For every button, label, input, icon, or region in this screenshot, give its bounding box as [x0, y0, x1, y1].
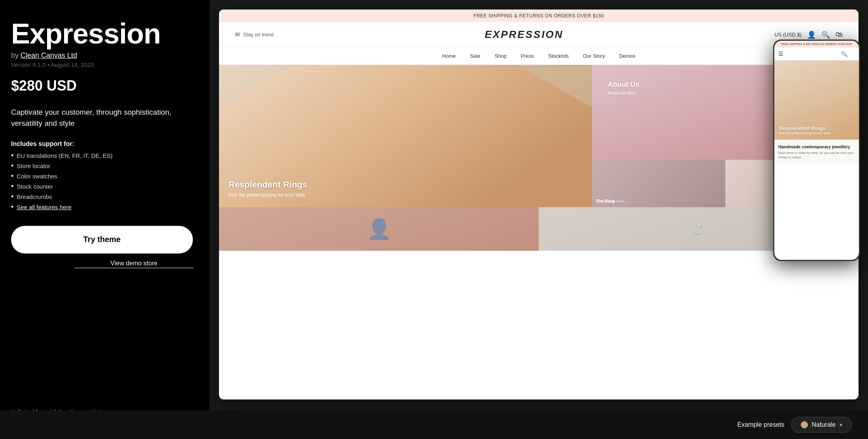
blog-subtitle: All the latest news — [596, 199, 625, 207]
mobile-hero-title: Resplendent Rings — [779, 125, 830, 131]
cart-icon[interactable]: 🛍 — [836, 30, 843, 39]
features-list: EU translations (EN, FR, IT, DE, ES) Sto… — [11, 151, 194, 213]
view-demo-link[interactable]: View demo store — [74, 260, 194, 268]
feature-item: Breadcrumbs — [11, 193, 194, 201]
nav-stockists[interactable]: Stockists — [548, 53, 569, 59]
hero-main-text: Resplendent Rings Pick the perfect pairi… — [228, 180, 307, 198]
preset-name: Naturale — [812, 421, 836, 428]
account-icon[interactable]: 👤 — [807, 30, 816, 39]
hero-main: Resplendent Rings Pick the perfect pairi… — [219, 65, 592, 207]
feature-item: Stock counter — [11, 182, 194, 191]
mobile-hero-subtitle: Pick the perfect pairing for your style — [779, 131, 830, 135]
stay-on-trend: Stay on trend — [243, 32, 274, 38]
theme-title: Expression — [11, 19, 194, 49]
search-icon[interactable]: 🔍 — [821, 30, 830, 39]
mail-icon: ✉ — [235, 31, 240, 38]
mobile-logo: EXPRESSION — [793, 51, 832, 57]
feature-item: EU translations (EN, FR, IT, DE, ES) — [11, 151, 194, 160]
bottom-bar: Example presets Naturale ▾ — [0, 411, 868, 439]
preset-color-dot — [801, 421, 808, 428]
preset-dropdown[interactable]: Naturale ▾ — [791, 417, 852, 433]
bottom-left-img: 👤 — [219, 207, 539, 251]
nav-sale[interactable]: Sale — [470, 53, 480, 59]
see-all-link[interactable]: See all features here — [17, 204, 71, 210]
by-text: by — [11, 51, 19, 59]
theme-tagline: Captivate your customer, through sophist… — [11, 107, 193, 129]
mobile-content-title: Handmade contemporary jewellery — [778, 144, 855, 149]
mobile-content-body: Each piece is made by hand, so you can b… — [778, 151, 855, 159]
desktop-preview: FREE SHIPPING & RETURNS ON ORDERS OVER $… — [219, 9, 859, 399]
hero-title: Resplendent Rings — [228, 180, 307, 190]
nav-shop[interactable]: Shop — [494, 53, 506, 59]
hero-subtitle: Pick the perfect pairing for your style — [228, 192, 307, 198]
store-header-left: ✉ Stay on trend — [235, 31, 274, 38]
about-title: About Us — [608, 81, 843, 89]
store-bottom-row: 👤 💍 — [219, 207, 859, 251]
example-presets-label: Example presets — [737, 421, 784, 428]
hero-bottom-left-img: The Blog All the latest news — [592, 160, 725, 207]
theme-price: $280 USD — [11, 78, 194, 94]
try-theme-button[interactable]: Try theme — [11, 226, 193, 254]
announcement-bar: FREE SHIPPING & RETURNS ON ORDERS OVER $… — [219, 9, 859, 22]
chevron-down-icon: ▾ — [840, 422, 842, 428]
author-link[interactable]: Clean Canvas Ltd — [21, 51, 77, 59]
theme-author-line: by Clean Canvas Ltd — [11, 51, 194, 60]
mobile-content-section: Handmade contemporary jewellery Each pie… — [774, 140, 859, 164]
nav-home[interactable]: Home — [442, 53, 456, 59]
feature-item: Store locator — [11, 162, 194, 170]
nav-press[interactable]: Press — [521, 53, 534, 59]
nav-our-story[interactable]: Our Story — [583, 53, 605, 59]
includes-title: Includes support for: — [11, 140, 194, 148]
nav-demos[interactable]: Demos — [619, 53, 635, 59]
store-logo: EXPRESSION — [485, 28, 563, 41]
store-header-right: US (USD $) 👤 🔍 🛍 — [774, 30, 843, 39]
mobile-hero-text: Resplendent Rings Pick the perfect pairi… — [779, 125, 830, 135]
about-subtitle: Read our story — [608, 91, 843, 95]
store-nav: Home Sale Shop Press Stockists Our Story… — [219, 47, 859, 65]
mobile-icons: 🔍 🛍 — [841, 51, 855, 57]
store-hero: Resplendent Rings Pick the perfect pairi… — [219, 65, 859, 207]
currency-selector[interactable]: US (USD $) — [774, 32, 802, 38]
mobile-search-icon[interactable]: 🔍 — [841, 51, 847, 57]
mobile-cart-icon[interactable]: 🛍 — [850, 51, 855, 57]
mobile-header: ☰ EXPRESSION 🔍 🛍 — [774, 47, 859, 61]
theme-version: Version 8.1.0 • August 14, 2023 — [11, 61, 194, 68]
feature-item: Color swatches — [11, 172, 194, 180]
mobile-announcement: FREE SHIPPING & RETURNS ON ORDERS OVER $… — [774, 41, 859, 47]
preview-panel: FREE SHIPPING & RETURNS ON ORDERS OVER $… — [209, 0, 868, 439]
feature-item-see-all[interactable]: See all features here — [11, 203, 194, 211]
left-panel: Expression by Clean Canvas Ltd Version 8… — [0, 0, 209, 439]
mobile-menu-icon[interactable]: ☰ — [778, 51, 783, 57]
store-header: ✉ Stay on trend EXPRESSION US (USD $) 👤 … — [219, 22, 859, 47]
